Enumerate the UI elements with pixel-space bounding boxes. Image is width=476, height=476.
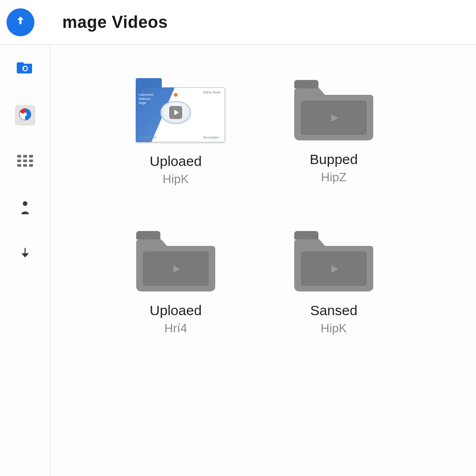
folder-thumbnail — [134, 228, 218, 291]
folder-thumbnail — [292, 228, 376, 291]
thumb-text: Doumpen — [203, 135, 219, 139]
item-title: Uploaed — [150, 303, 202, 318]
disc-icon — [18, 107, 32, 123]
upload-button[interactable] — [7, 8, 34, 36]
svg-rect-3 — [17, 155, 21, 158]
svg-point-12 — [23, 201, 27, 206]
folder-icon — [294, 231, 373, 291]
sidebar-item-download[interactable] — [15, 245, 35, 265]
item-title: Uploaed — [150, 153, 202, 169]
grid-icon — [17, 155, 33, 169]
folder-icon — [17, 60, 33, 77]
grid-item[interactable]: Uploaed Hrí4 — [101, 228, 250, 336]
folder-icon — [136, 231, 215, 291]
sidebar-item-folder[interactable] — [15, 59, 35, 79]
svg-rect-7 — [23, 159, 27, 162]
grid-item[interactable]: Bupped HipZ — [259, 77, 408, 186]
svg-rect-6 — [17, 159, 21, 162]
sidebar — [0, 45, 50, 476]
svg-rect-4 — [23, 155, 27, 158]
svg-rect-11 — [29, 164, 33, 167]
item-title: Bupped — [310, 152, 357, 167]
item-title: Sansed — [310, 303, 357, 318]
header: mage Videos — [0, 0, 476, 45]
svg-rect-9 — [17, 164, 21, 167]
folder-thumbnail-video: Laloncéd Aklisun Heje Deny Bunt D. Psdui… — [129, 77, 222, 142]
body: Laloncéd Aklisun Heje Deny Bunt D. Psdui… — [0, 45, 476, 476]
folder-thumbnail — [292, 77, 376, 140]
svg-rect-5 — [29, 155, 33, 158]
sidebar-item-disc[interactable] — [15, 105, 35, 126]
thumb-text: Deny Bunt — [203, 90, 220, 94]
item-subtitle: HipK — [163, 172, 189, 186]
thumb-text: D. Psduins — [139, 135, 157, 139]
sidebar-item-grid[interactable] — [15, 152, 35, 172]
download-icon — [19, 247, 32, 263]
grid-item[interactable]: Sansed HipK — [259, 228, 408, 336]
grid-item[interactable]: Laloncéd Aklisun Heje Deny Bunt D. Psdui… — [101, 77, 250, 186]
folder-grid: Laloncéd Aklisun Heje Deny Bunt D. Psdui… — [101, 77, 448, 336]
page-title: mage Videos — [62, 13, 168, 32]
item-subtitle: HipZ — [321, 170, 347, 185]
svg-point-2 — [23, 112, 27, 116]
main-content: Laloncéd Aklisun Heje Deny Bunt D. Psdui… — [50, 45, 476, 476]
item-subtitle: Hrí4 — [164, 321, 187, 336]
sidebar-item-person[interactable] — [15, 198, 35, 218]
svg-rect-8 — [29, 159, 33, 162]
play-icon — [160, 101, 191, 124]
svg-rect-10 — [23, 164, 27, 167]
folder-icon — [294, 80, 373, 140]
item-subtitle: HipK — [321, 321, 347, 336]
thumb-text: Laloncéd Aklisun Heje — [139, 93, 153, 105]
upload-icon — [14, 15, 27, 30]
person-icon — [20, 200, 31, 216]
